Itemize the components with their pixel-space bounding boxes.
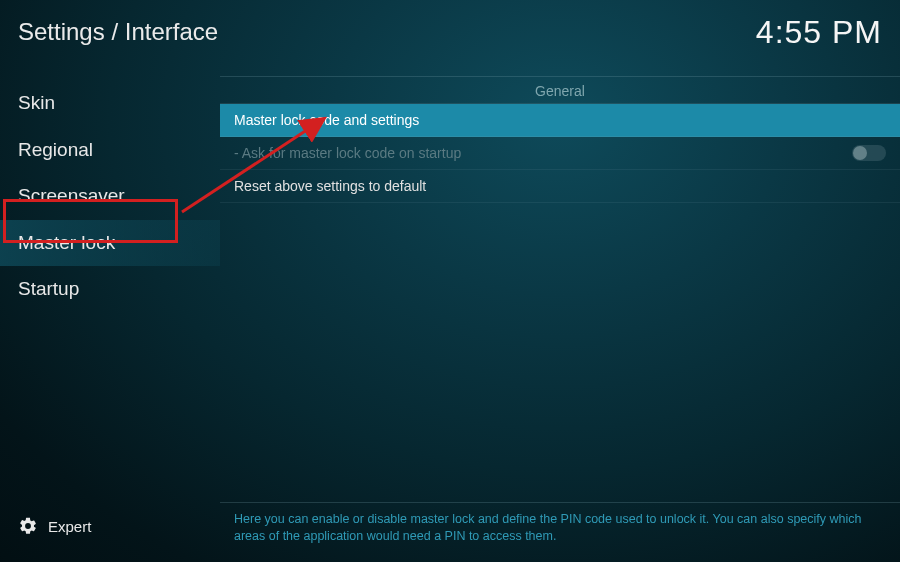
- sidebar-item-label: Skin: [18, 92, 55, 113]
- setting-label: Master lock code and settings: [234, 112, 886, 128]
- gear-icon: [18, 516, 38, 536]
- section-header: General: [220, 77, 900, 104]
- settings-level-button[interactable]: Expert: [0, 502, 220, 562]
- help-box: Here you can enable or disable master lo…: [220, 502, 900, 562]
- header: Settings / Interface 4:55 PM: [0, 0, 900, 60]
- content: General Master lock code and settings - …: [220, 60, 900, 502]
- sidebar: Skin Regional Screensaver Master lock St…: [0, 60, 220, 502]
- sidebar-item-master-lock[interactable]: Master lock: [0, 220, 220, 267]
- clock: 4:55 PM: [756, 14, 882, 51]
- breadcrumb: Settings / Interface: [18, 18, 218, 46]
- footer: Expert Here you can enable or disable ma…: [0, 502, 900, 562]
- sidebar-item-screensaver[interactable]: Screensaver: [0, 173, 220, 220]
- sidebar-item-label: Master lock: [18, 232, 115, 253]
- toggle-icon[interactable]: [852, 145, 886, 161]
- settings-level-label: Expert: [48, 518, 91, 535]
- setting-master-lock-code[interactable]: Master lock code and settings: [220, 104, 900, 137]
- setting-reset-defaults[interactable]: Reset above settings to default: [220, 170, 900, 203]
- sidebar-item-skin[interactable]: Skin: [0, 80, 220, 127]
- help-text: Here you can enable or disable master lo…: [234, 511, 886, 545]
- setting-ask-on-startup[interactable]: - Ask for master lock code on startup: [220, 137, 900, 170]
- sidebar-item-label: Screensaver: [18, 185, 125, 206]
- sidebar-item-label: Startup: [18, 278, 79, 299]
- main: Skin Regional Screensaver Master lock St…: [0, 60, 900, 502]
- setting-label: - Ask for master lock code on startup: [234, 145, 852, 161]
- sidebar-item-regional[interactable]: Regional: [0, 127, 220, 174]
- setting-label: Reset above settings to default: [234, 178, 886, 194]
- sidebar-item-label: Regional: [18, 139, 93, 160]
- sidebar-item-startup[interactable]: Startup: [0, 266, 220, 313]
